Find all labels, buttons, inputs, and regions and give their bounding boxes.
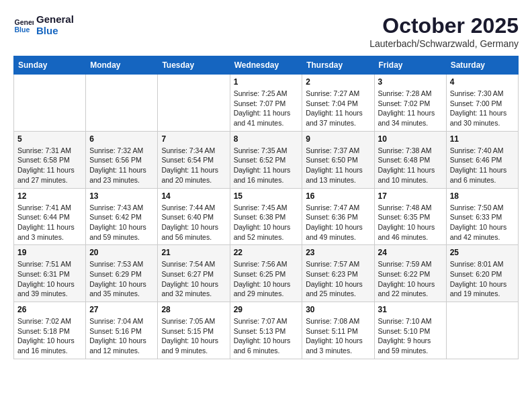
- logo-blue: Blue: [36, 25, 74, 36]
- day-number: 11: [450, 134, 515, 144]
- calendar-cell: 30Sunrise: 7:08 AM Sunset: 5:11 PM Dayli…: [302, 302, 374, 359]
- calendar-cell: 9Sunrise: 7:37 AM Sunset: 6:50 PM Daylig…: [302, 131, 374, 188]
- day-info: Sunrise: 7:43 AM Sunset: 6:42 PM Dayligh…: [89, 203, 154, 242]
- day-info: Sunrise: 7:44 AM Sunset: 6:40 PM Dayligh…: [161, 203, 226, 242]
- day-number: 6: [89, 134, 154, 144]
- calendar-cell: 27Sunrise: 7:04 AM Sunset: 5:16 PM Dayli…: [86, 302, 158, 359]
- day-info: Sunrise: 7:47 AM Sunset: 6:36 PM Dayligh…: [306, 203, 370, 242]
- day-number: 5: [17, 134, 82, 144]
- calendar-cell: 26Sunrise: 7:02 AM Sunset: 5:18 PM Dayli…: [14, 302, 86, 359]
- day-info: Sunrise: 7:34 AM Sunset: 6:54 PM Dayligh…: [161, 146, 226, 185]
- day-header-friday: Friday: [374, 56, 446, 75]
- day-info: Sunrise: 8:01 AM Sunset: 6:20 PM Dayligh…: [450, 259, 515, 299]
- location-subtitle: Lauterbach/Schwarzwald, Germany: [369, 38, 519, 49]
- title-block: October 2025 Lauterbach/Schwarzwald, Ger…: [369, 13, 519, 49]
- day-number: 29: [234, 305, 299, 314]
- week-row-1: 1Sunrise: 7:25 AM Sunset: 7:07 PM Daylig…: [14, 75, 519, 132]
- calendar-cell: 7Sunrise: 7:34 AM Sunset: 6:54 PM Daylig…: [158, 131, 230, 188]
- day-number: 14: [161, 191, 226, 201]
- day-info: Sunrise: 7:05 AM Sunset: 5:15 PM Dayligh…: [161, 316, 226, 356]
- week-row-5: 26Sunrise: 7:02 AM Sunset: 5:18 PM Dayli…: [14, 302, 519, 359]
- day-info: Sunrise: 7:37 AM Sunset: 6:50 PM Dayligh…: [306, 146, 370, 185]
- calendar-cell: 4Sunrise: 7:30 AM Sunset: 7:00 PM Daylig…: [446, 75, 518, 132]
- day-number: 26: [17, 305, 82, 314]
- day-number: 15: [234, 191, 299, 201]
- day-info: Sunrise: 7:57 AM Sunset: 6:23 PM Dayligh…: [306, 259, 370, 299]
- day-number: 10: [378, 134, 443, 144]
- day-info: Sunrise: 7:56 AM Sunset: 6:25 PM Dayligh…: [234, 259, 299, 299]
- day-info: Sunrise: 7:31 AM Sunset: 6:58 PM Dayligh…: [17, 146, 82, 185]
- day-info: Sunrise: 7:45 AM Sunset: 6:38 PM Dayligh…: [234, 203, 299, 242]
- day-info: Sunrise: 7:51 AM Sunset: 6:31 PM Dayligh…: [17, 259, 82, 299]
- day-info: Sunrise: 7:38 AM Sunset: 6:48 PM Dayligh…: [378, 146, 443, 185]
- day-info: Sunrise: 7:53 AM Sunset: 6:29 PM Dayligh…: [89, 259, 154, 299]
- day-header-sunday: Sunday: [14, 56, 86, 75]
- calendar-cell: 5Sunrise: 7:31 AM Sunset: 6:58 PM Daylig…: [14, 131, 86, 188]
- day-info: Sunrise: 7:28 AM Sunset: 7:02 PM Dayligh…: [378, 89, 443, 128]
- calendar-cell: 6Sunrise: 7:32 AM Sunset: 6:56 PM Daylig…: [86, 131, 158, 188]
- calendar-cell: 19Sunrise: 7:51 AM Sunset: 6:31 PM Dayli…: [14, 245, 86, 302]
- day-info: Sunrise: 7:07 AM Sunset: 5:13 PM Dayligh…: [234, 316, 299, 356]
- calendar-table: SundayMondayTuesdayWednesdayThursdayFrid…: [13, 56, 519, 359]
- calendar-cell: 1Sunrise: 7:25 AM Sunset: 7:07 PM Daylig…: [230, 75, 302, 132]
- day-info: Sunrise: 7:54 AM Sunset: 6:27 PM Dayligh…: [161, 259, 226, 299]
- calendar-cell: 25Sunrise: 8:01 AM Sunset: 6:20 PM Dayli…: [446, 245, 518, 302]
- day-number: 4: [450, 77, 515, 87]
- day-number: 7: [161, 134, 226, 144]
- header-row: SundayMondayTuesdayWednesdayThursdayFrid…: [14, 56, 519, 75]
- day-number: 21: [161, 248, 226, 257]
- calendar-cell: 13Sunrise: 7:43 AM Sunset: 6:42 PM Dayli…: [86, 188, 158, 245]
- day-number: 8: [234, 134, 299, 144]
- calendar-cell: 24Sunrise: 7:59 AM Sunset: 6:22 PM Dayli…: [374, 245, 446, 302]
- day-number: 1: [234, 77, 299, 87]
- day-number: 9: [306, 134, 370, 144]
- day-number: 17: [378, 191, 443, 201]
- day-header-wednesday: Wednesday: [230, 56, 302, 75]
- day-number: 19: [17, 248, 82, 257]
- calendar-cell: 18Sunrise: 7:50 AM Sunset: 6:33 PM Dayli…: [446, 188, 518, 245]
- day-info: Sunrise: 7:30 AM Sunset: 7:00 PM Dayligh…: [450, 89, 515, 128]
- calendar-cell: 20Sunrise: 7:53 AM Sunset: 6:29 PM Dayli…: [86, 245, 158, 302]
- calendar-cell: 10Sunrise: 7:38 AM Sunset: 6:48 PM Dayli…: [374, 131, 446, 188]
- calendar-cell: [14, 75, 86, 132]
- calendar-cell: 3Sunrise: 7:28 AM Sunset: 7:02 PM Daylig…: [374, 75, 446, 132]
- day-info: Sunrise: 7:35 AM Sunset: 6:52 PM Dayligh…: [234, 146, 299, 185]
- day-info: Sunrise: 7:10 AM Sunset: 5:10 PM Dayligh…: [378, 316, 443, 356]
- calendar-cell: [158, 75, 230, 132]
- calendar-cell: 11Sunrise: 7:40 AM Sunset: 6:46 PM Dayli…: [446, 131, 518, 188]
- calendar-cell: 15Sunrise: 7:45 AM Sunset: 6:38 PM Dayli…: [230, 188, 302, 245]
- month-title: October 2025: [369, 13, 519, 38]
- day-number: 28: [161, 305, 226, 314]
- day-number: 31: [378, 305, 443, 314]
- day-number: 2: [306, 77, 370, 87]
- day-info: Sunrise: 7:48 AM Sunset: 6:35 PM Dayligh…: [378, 203, 443, 242]
- day-number: 12: [17, 191, 82, 201]
- day-info: Sunrise: 7:25 AM Sunset: 7:07 PM Dayligh…: [234, 89, 299, 128]
- calendar-cell: [86, 75, 158, 132]
- day-number: 24: [378, 248, 443, 257]
- calendar-cell: 2Sunrise: 7:27 AM Sunset: 7:04 PM Daylig…: [302, 75, 374, 132]
- day-header-monday: Monday: [86, 56, 158, 75]
- calendar-cell: 31Sunrise: 7:10 AM Sunset: 5:10 PM Dayli…: [374, 302, 446, 359]
- calendar-cell: 12Sunrise: 7:41 AM Sunset: 6:44 PM Dayli…: [14, 188, 86, 245]
- day-header-thursday: Thursday: [302, 56, 374, 75]
- day-header-tuesday: Tuesday: [158, 56, 230, 75]
- week-row-3: 12Sunrise: 7:41 AM Sunset: 6:44 PM Dayli…: [14, 188, 519, 245]
- week-row-4: 19Sunrise: 7:51 AM Sunset: 6:31 PM Dayli…: [14, 245, 519, 302]
- calendar-cell: 23Sunrise: 7:57 AM Sunset: 6:23 PM Dayli…: [302, 245, 374, 302]
- calendar-cell: 14Sunrise: 7:44 AM Sunset: 6:40 PM Dayli…: [158, 188, 230, 245]
- day-number: 16: [306, 191, 370, 201]
- calendar-cell: 29Sunrise: 7:07 AM Sunset: 5:13 PM Dayli…: [230, 302, 302, 359]
- day-number: 27: [89, 305, 154, 314]
- day-number: 30: [306, 305, 370, 314]
- calendar-cell: 21Sunrise: 7:54 AM Sunset: 6:27 PM Dayli…: [158, 245, 230, 302]
- day-info: Sunrise: 7:04 AM Sunset: 5:16 PM Dayligh…: [89, 316, 154, 356]
- logo-icon: General Blue: [13, 15, 34, 35]
- day-info: Sunrise: 7:32 AM Sunset: 6:56 PM Dayligh…: [89, 146, 154, 185]
- day-number: 13: [89, 191, 154, 201]
- day-number: 22: [234, 248, 299, 257]
- day-info: Sunrise: 7:27 AM Sunset: 7:04 PM Dayligh…: [306, 89, 370, 128]
- calendar-cell: [446, 302, 518, 359]
- day-info: Sunrise: 7:59 AM Sunset: 6:22 PM Dayligh…: [378, 259, 443, 299]
- day-info: Sunrise: 7:40 AM Sunset: 6:46 PM Dayligh…: [450, 146, 515, 185]
